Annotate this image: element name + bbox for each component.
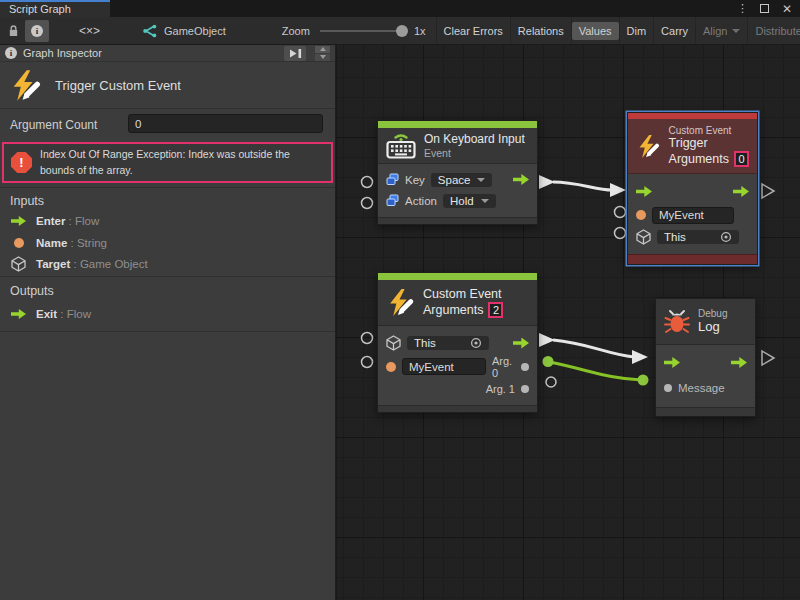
wire-start-arrow [539, 333, 555, 347]
node-header[interactable]: Debug Log [656, 299, 755, 345]
target-dropdown[interactable]: This [657, 230, 739, 244]
divider [0, 331, 335, 332]
spinner-up-icon[interactable] [315, 46, 330, 53]
separator: : [60, 308, 63, 320]
inspector-title: Graph Inspector [23, 47, 102, 59]
event-name-field[interactable] [402, 358, 486, 375]
node-body: This Arg. 0 Arg. 1 [378, 326, 537, 405]
node-on-keyboard-input[interactable]: On Keyboard Input Event Key Space Action… [377, 120, 538, 225]
message-in-port[interactable] [664, 384, 672, 392]
flow-out-port[interactable] [513, 174, 529, 185]
separator: : [74, 258, 77, 270]
port-trigger-name[interactable] [615, 207, 626, 218]
info-icon [5, 47, 17, 59]
arguments-label: Arguments [669, 152, 729, 168]
string-port-icon[interactable] [386, 362, 396, 372]
error-box: Index Out Of Range Exception: Index was … [2, 142, 333, 183]
message-label: Message [678, 382, 725, 394]
outputs-heading: Outputs [10, 284, 54, 298]
port-keyboard-action[interactable] [362, 198, 373, 209]
keyboard-icon [386, 132, 416, 159]
node-custom-event[interactable]: Custom Event Arguments 2 This Arg. 0 [377, 272, 538, 413]
graph-inspector-panel: Graph Inspector Trigger Custom Event Arg… [0, 45, 336, 600]
node-footer [628, 254, 757, 264]
arguments-count-error-box[interactable]: 0 [734, 151, 749, 167]
key-label: Key [405, 174, 425, 186]
event-name-field[interactable] [652, 207, 734, 224]
flow-wire[interactable] [553, 182, 612, 190]
string-port-icon[interactable] [636, 210, 646, 220]
wire-end-arrow [610, 183, 626, 197]
gameobject-cube-icon[interactable] [636, 229, 651, 245]
key-value: Space [438, 174, 471, 186]
wire-start-arrow [539, 175, 555, 189]
argument-count-input[interactable] [128, 114, 323, 133]
arguments-count-error-box[interactable]: 2 [488, 302, 503, 318]
chevron-down-icon [481, 199, 489, 203]
port-event-target[interactable] [362, 333, 373, 344]
node-header[interactable]: Custom Event Trigger Arguments 0 [628, 119, 757, 174]
flow-in-port[interactable] [636, 186, 652, 197]
target-dropdown[interactable]: This [407, 336, 489, 350]
target-picker-icon[interactable] [470, 337, 482, 349]
separator: : [69, 215, 72, 227]
node-subtitle: Event [424, 147, 525, 159]
flow-wire[interactable] [553, 340, 634, 357]
binding-icon [386, 173, 399, 186]
node-body: Key Space Action Hold [378, 164, 537, 217]
node-accent-bar [378, 121, 537, 128]
custom-event-icon [9, 69, 42, 102]
flow-out-port[interactable] [731, 357, 747, 368]
port-name: Exit [36, 308, 57, 320]
input-row-enter: Enter : Flow [10, 213, 99, 229]
node-title: Log [698, 319, 727, 335]
port-type: Game Object [80, 258, 148, 270]
string-port-icon [14, 238, 24, 248]
gameobject-cube-icon[interactable] [386, 335, 401, 351]
unity-window: Script Graph ⋮ ✕ <×> GameObject Zoom 1x … [0, 0, 800, 600]
node-header[interactable]: Custom Event Arguments 2 [378, 280, 537, 326]
separator: : [71, 237, 74, 249]
arg0-label: Arg. 0 [492, 355, 515, 379]
target-picker-icon[interactable] [720, 231, 732, 243]
binding-icon [386, 194, 399, 207]
node-kind: Custom Event [669, 125, 749, 136]
value-wire[interactable] [549, 362, 642, 380]
node-title: Custom Event [423, 287, 503, 303]
divider [0, 276, 335, 277]
flow-port-icon [11, 216, 26, 226]
node-accent-bar [378, 273, 537, 280]
dock-button[interactable] [284, 46, 306, 61]
flow-out-port[interactable] [513, 338, 529, 349]
node-footer [656, 407, 755, 416]
node-debug-log[interactable]: Debug Log Message [655, 298, 756, 417]
node-trigger-custom-event[interactable]: Custom Event Trigger Arguments 0 This [627, 112, 758, 265]
output-row-exit: Exit : Flow [10, 306, 91, 322]
port-event-arg1-out[interactable] [546, 377, 556, 387]
gameobject-cube-icon [11, 256, 26, 272]
action-dropdown[interactable]: Hold [443, 194, 496, 208]
bug-icon [664, 309, 690, 335]
flow-out-port[interactable] [733, 186, 749, 197]
key-dropdown[interactable]: Space [431, 173, 493, 187]
arguments-label: Arguments [423, 303, 483, 319]
port-keyboard-key[interactable] [362, 177, 373, 188]
custom-event-icon [386, 288, 415, 317]
value-wire-start-dot [543, 356, 554, 367]
port-trigger-target[interactable] [615, 228, 626, 239]
arg0-out-port[interactable] [521, 363, 529, 371]
custom-event-icon [636, 133, 661, 160]
node-kind: Debug [698, 308, 727, 319]
arg1-out-port[interactable] [521, 385, 529, 393]
input-row-target: Target : Game Object [10, 256, 148, 272]
node-body: This [628, 174, 757, 254]
target-value: This [414, 337, 436, 349]
wire-end-arrow [632, 350, 648, 364]
port-event-name[interactable] [362, 357, 373, 368]
flow-in-port[interactable] [664, 357, 680, 368]
spinner-down-icon[interactable] [315, 54, 330, 61]
action-label: Action [405, 195, 437, 207]
panel-spinner[interactable] [315, 46, 330, 61]
node-header[interactable]: On Keyboard Input Event [378, 128, 537, 164]
input-row-name: Name : String [10, 235, 107, 251]
